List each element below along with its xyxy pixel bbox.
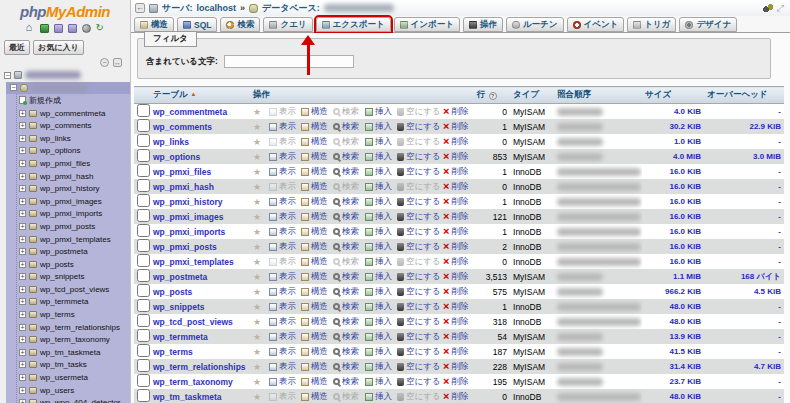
- browse-link[interactable]: 表示: [269, 136, 296, 148]
- browse-link[interactable]: 表示: [269, 151, 296, 163]
- insert-link[interactable]: 挿入: [365, 121, 392, 133]
- collapse-all-icon[interactable]: [100, 58, 109, 67]
- refresh-icon[interactable]: [96, 24, 105, 33]
- tree-server-node[interactable]: [0, 69, 130, 82]
- row-checkbox[interactable]: [137, 314, 150, 327]
- expand-icon[interactable]: [19, 311, 26, 318]
- tree-table-item[interactable]: wp_wpo_404_detector: [17, 396, 130, 403]
- row-checkbox[interactable]: [137, 389, 150, 402]
- search-link[interactable]: 検索: [333, 391, 359, 403]
- empty-link[interactable]: 空にする: [397, 391, 440, 403]
- search-link[interactable]: 検索: [333, 106, 359, 118]
- empty-link[interactable]: 空にする: [397, 376, 440, 388]
- tree-table-item[interactable]: wp_terms: [17, 308, 130, 321]
- drop-link[interactable]: 削除: [443, 256, 468, 268]
- browse-link[interactable]: 表示: [269, 241, 296, 253]
- tree-table-item[interactable]: wp_pmxi_files: [17, 157, 130, 170]
- tree-table-item[interactable]: wp_postmeta: [17, 245, 130, 258]
- structure-link[interactable]: 構造: [301, 181, 328, 193]
- insert-link[interactable]: 挿入: [365, 211, 392, 223]
- expand-icon[interactable]: [19, 374, 26, 381]
- drop-link[interactable]: 削除: [443, 346, 468, 358]
- collapse-icon[interactable]: [4, 72, 11, 79]
- tree-database-node[interactable]: [6, 82, 130, 95]
- insert-link[interactable]: 挿入: [365, 226, 392, 238]
- empty-link[interactable]: 空にする: [397, 181, 440, 193]
- favorite-star-icon[interactable]: [253, 122, 261, 132]
- link-panel-icon[interactable]: [113, 58, 122, 67]
- expand-icon[interactable]: [19, 336, 26, 343]
- tree-table-item[interactable]: wp_snippets: [17, 271, 130, 284]
- row-checkbox[interactable]: [137, 329, 150, 342]
- table-name-link[interactable]: wp_tm_taskmeta: [153, 392, 222, 402]
- empty-link[interactable]: 空にする: [397, 106, 440, 118]
- row-checkbox[interactable]: [137, 209, 150, 222]
- database-tab[interactable]: エクスポート: [316, 17, 391, 32]
- row-checkbox[interactable]: [137, 284, 150, 297]
- tree-table-item[interactable]: wp_comments: [17, 119, 130, 132]
- empty-link[interactable]: 空にする: [397, 361, 440, 373]
- database-tab[interactable]: 検索: [220, 17, 260, 32]
- empty-link[interactable]: 空にする: [397, 226, 440, 238]
- search-link[interactable]: 検索: [333, 211, 359, 223]
- table-name-link[interactable]: wp_commentmeta: [153, 107, 227, 117]
- search-link[interactable]: 検索: [333, 121, 359, 133]
- insert-link[interactable]: 挿入: [365, 361, 392, 373]
- expand-icon[interactable]: [19, 223, 26, 230]
- docs-window-icon[interactable]: [68, 24, 77, 33]
- empty-link[interactable]: 空にする: [397, 241, 440, 253]
- row-checkbox[interactable]: [137, 344, 150, 357]
- browse-link[interactable]: 表示: [269, 196, 296, 208]
- empty-link[interactable]: 空にする: [397, 256, 440, 268]
- insert-link[interactable]: 挿入: [365, 286, 392, 298]
- favorite-star-icon[interactable]: [253, 197, 261, 207]
- row-checkbox[interactable]: [137, 194, 150, 207]
- collapse-icon[interactable]: [10, 84, 17, 91]
- empty-link[interactable]: 空にする: [397, 286, 440, 298]
- expand-icon[interactable]: [19, 210, 26, 217]
- breadcrumb-server-link[interactable]: localhost: [196, 3, 236, 13]
- drop-link[interactable]: 削除: [443, 241, 468, 253]
- structure-link[interactable]: 構造: [301, 301, 328, 313]
- browse-link[interactable]: 表示: [269, 286, 296, 298]
- favorite-star-icon[interactable]: [253, 272, 261, 282]
- drop-link[interactable]: 削除: [443, 136, 468, 148]
- browse-link[interactable]: 表示: [269, 376, 296, 388]
- row-checkbox[interactable]: [137, 359, 150, 372]
- row-checkbox[interactable]: [137, 299, 150, 312]
- tree-table-item[interactable]: wp_term_relationships: [17, 321, 130, 334]
- favorite-star-icon[interactable]: [253, 377, 261, 387]
- expand-icon[interactable]: [19, 173, 26, 180]
- favorite-star-icon[interactable]: [253, 362, 261, 372]
- favorite-star-icon[interactable]: [253, 257, 261, 267]
- table-name-link[interactable]: wp_pmxi_posts: [153, 242, 217, 252]
- column-header-size[interactable]: サイズ: [642, 87, 704, 104]
- drop-link[interactable]: 削除: [443, 376, 468, 388]
- favorite-star-icon[interactable]: [253, 107, 261, 117]
- tree-table-item[interactable]: wp_commentmeta: [17, 107, 130, 120]
- database-tab[interactable]: インポート: [394, 17, 460, 32]
- structure-link[interactable]: 構造: [301, 121, 328, 133]
- tree-table-item[interactable]: wp_pmxi_templates: [17, 233, 130, 246]
- table-name-link[interactable]: wp_terms: [153, 347, 193, 357]
- phpmyadmin-logo[interactable]: phpMyAdmin: [0, 0, 130, 20]
- database-tab[interactable]: 構造: [134, 17, 174, 32]
- row-checkbox[interactable]: [137, 239, 150, 252]
- structure-link[interactable]: 構造: [301, 346, 328, 358]
- expand-icon[interactable]: [19, 298, 26, 305]
- back-icon[interactable]: [135, 3, 145, 13]
- search-link[interactable]: 検索: [333, 226, 359, 238]
- favorite-star-icon[interactable]: [253, 182, 261, 192]
- drop-link[interactable]: 削除: [443, 166, 468, 178]
- tree-table-item[interactable]: wp_options: [17, 145, 130, 158]
- empty-link[interactable]: 空にする: [397, 301, 440, 313]
- tree-table-item[interactable]: wp_pmxi_hash: [17, 170, 130, 183]
- row-checkbox[interactable]: [137, 104, 150, 117]
- drop-link[interactable]: 削除: [443, 121, 468, 133]
- drop-link[interactable]: 削除: [443, 106, 468, 118]
- fullscreen-icon[interactable]: [777, 3, 784, 14]
- insert-link[interactable]: 挿入: [365, 136, 392, 148]
- table-name-link[interactable]: wp_links: [153, 137, 189, 147]
- drop-link[interactable]: 削除: [443, 316, 468, 328]
- favorite-star-icon[interactable]: [253, 392, 261, 402]
